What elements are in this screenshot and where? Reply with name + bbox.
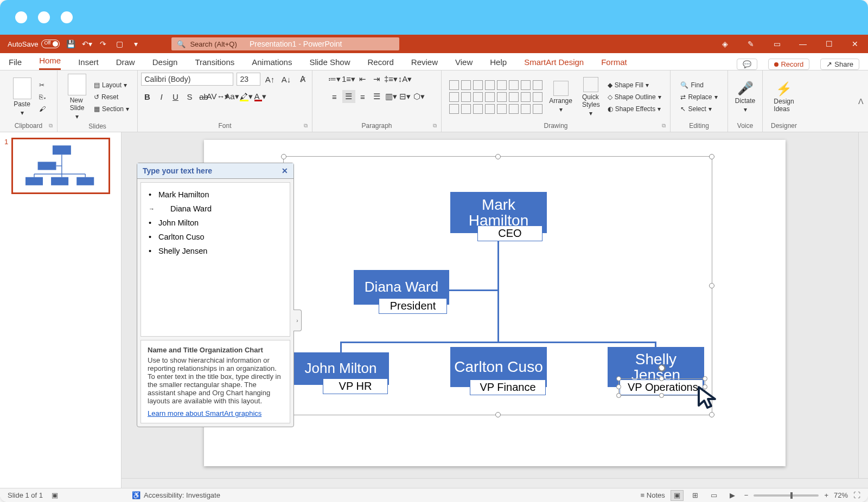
shape-outline-button[interactable]: ◇ Shape Outline▾ <box>607 93 662 101</box>
rotate-handle-icon[interactable] <box>658 364 666 372</box>
collapse-ribbon-icon[interactable]: ᐱ <box>858 97 864 106</box>
tab-design[interactable]: Design <box>152 55 178 70</box>
org-node-ceo[interactable]: Mark Hamilton CEO <box>450 192 547 233</box>
decrease-indent-button[interactable]: ⇤ <box>356 73 369 86</box>
redo-icon[interactable]: ↷ <box>98 38 108 49</box>
tab-transitions[interactable]: Transitions <box>195 55 234 70</box>
qat-customize-icon[interactable]: ▾ <box>130 38 141 49</box>
find-button[interactable]: 🔍 Find <box>679 81 718 89</box>
close-icon[interactable]: ✕ <box>850 38 860 49</box>
fit-to-window-button[interactable]: ⛶ <box>853 491 860 499</box>
columns-button[interactable]: ▥▾ <box>385 90 398 103</box>
numbering-button[interactable]: 1≡▾ <box>342 73 355 86</box>
text-pane-collapse-handle[interactable]: › <box>293 310 302 331</box>
highlight-button[interactable]: 🖍▾ <box>240 90 253 103</box>
org-title-vp-finance[interactable]: VP Finance <box>470 379 546 395</box>
slide-thumbnail-1[interactable] <box>11 138 110 194</box>
font-color-button[interactable]: A▾ <box>254 90 267 103</box>
close-dot[interactable] <box>15 11 27 23</box>
change-case-button[interactable]: Aa▾ <box>226 90 239 103</box>
shape-effects-button[interactable]: ◐ Shape Effects▾ <box>607 105 662 113</box>
accessibility-status[interactable]: ♿ Accessibility: Investigate <box>132 491 220 499</box>
italic-button[interactable]: I <box>155 90 168 103</box>
underline-button[interactable]: U <box>169 90 182 103</box>
font-name-combo[interactable]: Calibri (Body) <box>141 73 233 86</box>
save-icon[interactable]: 💾 <box>65 38 76 49</box>
minimize-dot[interactable] <box>38 11 50 23</box>
copy-button[interactable]: ⎘▾ <box>38 93 48 101</box>
zoom-in-button[interactable]: + <box>824 491 828 499</box>
tab-help[interactable]: Help <box>490 55 507 70</box>
shapes-gallery[interactable] <box>449 80 542 114</box>
cut-button[interactable]: ✂ <box>38 81 48 89</box>
design-ideas-button[interactable]: ⚡Design Ideas <box>770 80 797 114</box>
list-item[interactable]: John Milton <box>149 216 282 230</box>
org-title-ceo[interactable]: CEO <box>477 226 542 241</box>
smartart-button[interactable]: ⬡▾ <box>413 90 426 103</box>
list-item[interactable]: Mark Hamilton <box>149 188 282 202</box>
ribbon-display-icon[interactable]: ▭ <box>771 38 782 49</box>
section-button[interactable]: ▦ Section▾ <box>93 105 130 113</box>
org-title-president[interactable]: President <box>379 298 447 314</box>
layout-button[interactable]: ▤ Layout▾ <box>93 81 130 89</box>
shadow-button[interactable]: S <box>183 90 196 103</box>
format-painter-button[interactable]: 🖌 <box>38 105 48 113</box>
quick-styles-button[interactable]: Quick Styles▾ <box>579 76 603 118</box>
org-node-vp-hr[interactable]: John Milton VP HR <box>292 352 389 385</box>
org-title-vp-hr[interactable]: VP HR <box>323 378 388 394</box>
text-pane-list[interactable]: Mark Hamilton Diana Ward John Milton Car… <box>141 182 290 337</box>
from-beginning-icon[interactable]: ▢ <box>114 38 125 49</box>
increase-indent-button[interactable]: ⇥ <box>371 73 384 86</box>
align-right-button[interactable]: ≡ <box>356 90 369 103</box>
share-button[interactable]: ↗ Share <box>820 59 859 70</box>
org-node-president[interactable]: Diana Ward President <box>354 270 449 305</box>
tab-smartart-design[interactable]: SmartArt Design <box>524 55 584 70</box>
tab-insert[interactable]: Insert <box>78 55 99 70</box>
learn-more-link[interactable]: Learn more about SmartArt graphics <box>148 409 261 417</box>
minimize-icon[interactable]: — <box>797 38 808 49</box>
char-spacing-button[interactable]: AV↔▾ <box>212 90 225 103</box>
zoom-out-button[interactable]: − <box>744 491 749 499</box>
zoom-dot[interactable] <box>61 11 73 23</box>
autosave-toggle[interactable]: AutoSave Off <box>8 40 60 48</box>
tab-file[interactable]: File <box>9 55 22 70</box>
slideshow-view-button[interactable]: ▶ <box>726 490 739 501</box>
close-text-pane-icon[interactable]: ✕ <box>282 166 288 175</box>
coming-soon-icon[interactable]: ◈ <box>719 38 730 49</box>
presentation-views-icon[interactable]: ▣ <box>52 491 58 499</box>
arrange-button[interactable]: Arrange▾ <box>546 80 576 114</box>
vertical-scrollbar[interactable] <box>858 132 868 488</box>
wand-icon[interactable]: ✎ <box>745 38 756 49</box>
undo-icon[interactable]: ↶▾ <box>81 38 92 49</box>
comments-button[interactable]: 💬 <box>737 59 757 70</box>
reading-view-button[interactable]: ▭ <box>707 490 720 501</box>
grow-font-button[interactable]: A↑ <box>264 73 277 86</box>
tab-format[interactable]: Format <box>601 55 627 70</box>
dictate-button[interactable]: 🎤Dictate▾ <box>732 80 758 114</box>
justify-button[interactable]: ☰ <box>371 90 384 103</box>
line-spacing-button[interactable]: ‡≡▾ <box>385 73 398 86</box>
slide-sorter-button[interactable]: ⊞ <box>689 490 702 501</box>
list-item[interactable]: Carlton Cuso <box>149 230 282 244</box>
horizontal-scrollbar[interactable] <box>122 478 868 488</box>
list-item[interactable]: Shelly Jensen <box>149 244 282 259</box>
text-direction-button[interactable]: ↕A▾ <box>399 73 412 86</box>
tab-record[interactable]: Record <box>367 55 393 70</box>
tab-animations[interactable]: Animations <box>252 55 292 70</box>
org-node-vp-finance[interactable]: Carlton Cuso VP Finance <box>450 347 547 387</box>
bullets-button[interactable]: ≔▾ <box>328 73 341 86</box>
clear-formatting-button[interactable]: A̷ <box>296 73 309 86</box>
tab-slideshow[interactable]: Slide Show <box>309 55 350 70</box>
shrink-font-button[interactable]: A↓ <box>280 73 293 86</box>
record-button[interactable]: Record <box>768 59 809 70</box>
align-center-button[interactable]: ☰ <box>342 90 355 103</box>
reset-button[interactable]: ↺ Reset <box>93 93 130 101</box>
normal-view-button[interactable]: ▣ <box>671 490 684 501</box>
bold-button[interactable]: B <box>141 90 154 103</box>
font-size-combo[interactable]: 23 <box>237 73 260 86</box>
slide-counter[interactable]: Slide 1 of 1 <box>8 491 43 499</box>
tab-view[interactable]: View <box>455 55 473 70</box>
tab-home[interactable]: Home <box>39 54 61 70</box>
notes-button[interactable]: ≡ Notes <box>641 491 665 499</box>
shape-fill-button[interactable]: ◆ Shape Fill▾ <box>607 81 662 89</box>
